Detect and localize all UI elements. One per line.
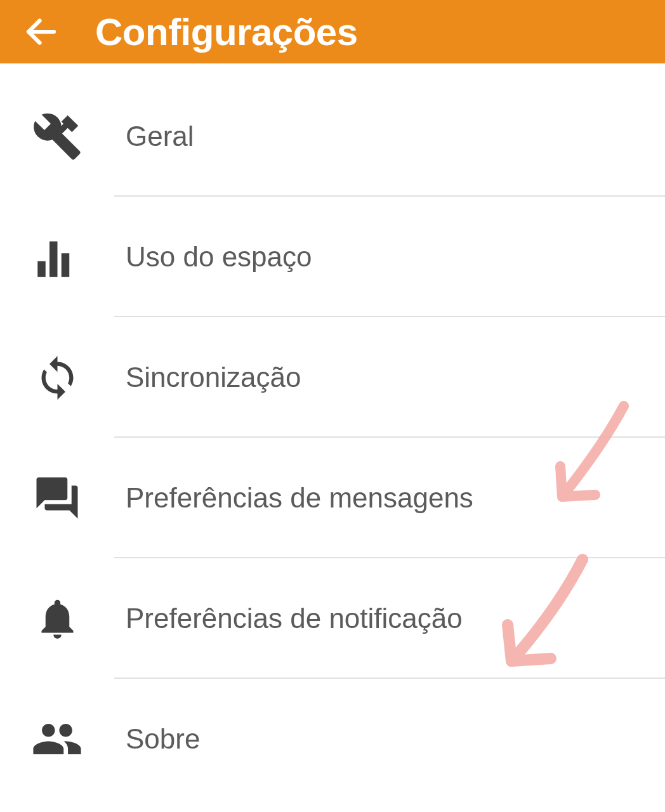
settings-item-general[interactable]: Geral bbox=[0, 76, 665, 197]
header: Configurações bbox=[0, 0, 665, 63]
sync-icon bbox=[19, 354, 95, 402]
svg-rect-2 bbox=[49, 241, 58, 277]
back-button[interactable] bbox=[19, 10, 63, 54]
settings-item-about[interactable]: Sobre bbox=[0, 679, 665, 799]
svg-rect-1 bbox=[37, 261, 46, 277]
svg-rect-3 bbox=[61, 253, 69, 277]
settings-item-label: Preferências de notificação bbox=[126, 603, 463, 634]
settings-item-sync[interactable]: Sincronização bbox=[0, 317, 665, 438]
tools-icon bbox=[19, 111, 95, 162]
bar-chart-icon bbox=[19, 233, 95, 281]
settings-item-space-usage[interactable]: Uso do espaço bbox=[0, 197, 665, 317]
settings-item-label: Preferências de mensagens bbox=[126, 482, 473, 514]
settings-item-label: Uso do espaço bbox=[126, 241, 312, 273]
bell-icon bbox=[19, 595, 95, 643]
messages-icon bbox=[19, 473, 95, 523]
settings-list: Geral Uso do espaço Sincronização bbox=[0, 63, 665, 799]
people-icon bbox=[19, 713, 95, 765]
settings-item-message-prefs[interactable]: Preferências de mensagens bbox=[0, 438, 665, 558]
settings-item-label: Sobre bbox=[126, 723, 200, 755]
settings-item-notification-prefs[interactable]: Preferências de notificação bbox=[0, 558, 665, 679]
page-title: Configurações bbox=[95, 10, 358, 54]
settings-item-label: Geral bbox=[126, 121, 194, 152]
settings-item-label: Sincronização bbox=[126, 362, 301, 393]
arrow-left-icon bbox=[22, 13, 60, 51]
